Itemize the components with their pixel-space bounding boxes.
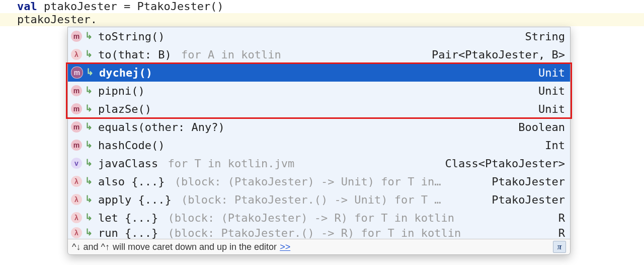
lambda-icon: λ bbox=[71, 49, 82, 60]
completion-item-plazSe[interactable]: m↳plazSe()Unit bbox=[68, 100, 570, 118]
completion-hint: for A in kotlin bbox=[175, 48, 281, 61]
public-icon: ↳ bbox=[85, 194, 94, 204]
pi-icon[interactable]: π bbox=[553, 241, 566, 253]
completion-return-type: Boolean bbox=[518, 121, 565, 134]
completion-return-type: Class<PtakoJester> bbox=[445, 157, 565, 170]
completion-return-type: PtakoJester bbox=[492, 175, 565, 188]
completion-signature: javaClass bbox=[98, 157, 158, 170]
completion-return-type: Unit bbox=[538, 67, 565, 79]
keyword-val: val bbox=[17, 0, 37, 13]
completion-signature: apply {...} bbox=[98, 193, 172, 206]
completion-hint: (block: PtakoJester.() -> Unit) for T … bbox=[175, 193, 441, 206]
completion-item-let[interactable]: λ↳let {...} (block: (PtakoJester) -> R) … bbox=[68, 209, 570, 227]
completion-item-dychej[interactable]: m↳dychej()Unit bbox=[68, 63, 570, 82]
completion-item-to[interactable]: λ↳to(that: B) for A in kotlinPair<PtakoJ… bbox=[68, 45, 570, 63]
public-icon: ↳ bbox=[85, 31, 94, 40]
completion-item-also[interactable]: λ↳also {...} (block: (PtakoJester) -> Un… bbox=[68, 172, 570, 190]
public-icon: ↳ bbox=[85, 49, 94, 58]
property-icon: v bbox=[71, 158, 82, 169]
public-icon: ↳ bbox=[86, 68, 95, 77]
hint-link[interactable]: >> bbox=[280, 242, 290, 252]
method-icon: m bbox=[71, 67, 83, 79]
completion-hint: (block: (PtakoJester) -> R) for T in kot… bbox=[161, 212, 454, 224]
completion-item-run[interactable]: λ↳run {...} (block: PtakoJester.() -> R)… bbox=[68, 227, 570, 239]
completion-return-type: Int bbox=[545, 139, 565, 152]
completion-item-hashCode[interactable]: m↳hashCode()Int bbox=[68, 136, 570, 154]
completion-hint: for T in kotlin.jvm bbox=[161, 157, 294, 170]
public-icon: ↳ bbox=[85, 176, 94, 185]
completion-return-type: R bbox=[558, 227, 565, 239]
completion-item-javaClass[interactable]: v↳javaClass for T in kotlin.jvmClass<Pta… bbox=[68, 154, 570, 172]
completion-signature: dychej() bbox=[99, 67, 152, 79]
public-icon: ↳ bbox=[85, 122, 94, 131]
completion-signature: let {...} bbox=[98, 212, 158, 224]
completion-item-toString[interactable]: m↳toString()String bbox=[68, 27, 570, 45]
lambda-icon: λ bbox=[71, 227, 82, 238]
completion-popup[interactable]: m↳toString()Stringλ↳to(that: B) for A in… bbox=[67, 27, 571, 255]
hint-text: will move caret down and up in the edito… bbox=[113, 242, 277, 252]
completion-item-equals[interactable]: m↳equals(other: Any?)Boolean bbox=[68, 118, 570, 136]
completion-return-type: Pair<PtakoJester, B> bbox=[432, 48, 565, 61]
method-icon: m bbox=[71, 103, 82, 114]
completion-item-pipni[interactable]: m↳pipni()Unit bbox=[68, 82, 570, 100]
completion-hint-bar: ^↓ and ^↑ will move caret down and up in… bbox=[68, 239, 570, 254]
completion-signature: plazSe() bbox=[98, 103, 151, 115]
completion-signature: pipni() bbox=[98, 85, 145, 97]
public-icon: ↳ bbox=[85, 213, 94, 222]
completion-signature: hashCode() bbox=[98, 139, 165, 152]
completion-return-type: Unit bbox=[538, 103, 565, 115]
completion-hint: (block: (PtakoJester) -> Unit) for T in… bbox=[168, 175, 441, 188]
editor-code-area[interactable]: val ptakoJester = PtakoJester() ptakoJes… bbox=[0, 0, 644, 26]
completion-return-type: Unit bbox=[538, 85, 565, 97]
public-icon: ↳ bbox=[85, 86, 94, 95]
public-icon: ↳ bbox=[85, 158, 94, 167]
public-icon: ↳ bbox=[85, 228, 94, 237]
completion-signature: toString() bbox=[98, 30, 165, 43]
completion-signature: also {...} bbox=[98, 175, 165, 188]
public-icon: ↳ bbox=[85, 104, 94, 113]
lambda-icon: λ bbox=[71, 194, 82, 205]
method-icon: m bbox=[71, 140, 82, 151]
code-line-1[interactable]: val ptakoJester = PtakoJester() bbox=[0, 0, 644, 13]
completion-return-type: PtakoJester bbox=[492, 193, 565, 206]
method-icon: m bbox=[71, 121, 82, 132]
completion-signature: equals(other: Any?) bbox=[98, 121, 225, 134]
lambda-icon: λ bbox=[71, 176, 82, 187]
code-line-2[interactable]: ptakoJester. bbox=[0, 13, 644, 26]
lambda-icon: λ bbox=[71, 212, 82, 223]
completion-return-type: R bbox=[558, 212, 565, 224]
method-icon: m bbox=[71, 85, 82, 96]
code-text: ptakoJester = PtakoJester() bbox=[37, 0, 224, 13]
public-icon: ↳ bbox=[85, 140, 94, 149]
completion-hint: (block: PtakoJester.() -> R) for T in ko… bbox=[161, 227, 461, 239]
hint-shortcut: ^↓ and ^↑ bbox=[72, 242, 110, 252]
code-text: ptakoJester. bbox=[17, 13, 97, 26]
completion-return-type: String bbox=[525, 30, 565, 43]
method-icon: m bbox=[71, 31, 82, 42]
completion-item-apply[interactable]: λ↳apply {...} (block: PtakoJester.() -> … bbox=[68, 190, 570, 209]
completion-signature: run {...} bbox=[98, 227, 158, 239]
completion-signature: to(that: B) bbox=[98, 48, 172, 61]
